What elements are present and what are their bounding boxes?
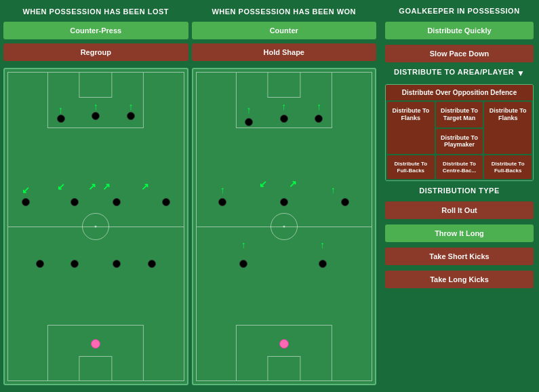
slow-pace-button[interactable]: Slow Pace Down: [385, 45, 534, 62]
gk-title: GOALKEEPER IN POSSESSION: [385, 7, 534, 15]
dist-centre-cell[interactable]: Distribute To Centre-Bac...: [436, 155, 483, 179]
gk-panel: GOALKEEPER IN POSSESSION Distribute Quic…: [380, 0, 539, 392]
distribute-quickly-button[interactable]: Distribute Quickly: [385, 22, 534, 39]
possession-won-panel: WHEN POSSESSION HAS BEEN WON Counter Hol…: [192, 7, 377, 385]
short-kicks-button[interactable]: Take Short Kicks: [385, 248, 534, 265]
long-kicks-button[interactable]: Take Long Kicks: [385, 271, 534, 288]
distribute-area-title: DISTRIBUTE TO AREA/PLAYER: [394, 68, 514, 76]
hold-shape-button[interactable]: Hold Shape: [192, 43, 377, 61]
distribution-grid: Distribute Over Opposition Defence Distr…: [385, 84, 534, 181]
pitch-lost: ↑ ↑ ↑ ↙ ↙ ↗ ↗ ↗: [3, 68, 188, 385]
counter-button[interactable]: Counter: [192, 22, 377, 39]
roll-out-button[interactable]: Roll It Out: [385, 201, 534, 219]
dist-target-cell[interactable]: Distribute To Target Man: [436, 102, 483, 128]
dist-flanks-left-cell[interactable]: Distribute To Flanks: [387, 102, 435, 154]
distribute-area-header: DISTRIBUTE TO AREA/PLAYER ▼: [385, 68, 534, 79]
dist-fullback-left-cell[interactable]: Distribute To Full-Backs: [387, 155, 435, 179]
regroup-button[interactable]: Regroup: [3, 43, 188, 61]
throw-long-button[interactable]: Throw It Long: [385, 224, 534, 242]
possession-lost-panel: WHEN POSSESSION HAS BEEN LOST Counter-Pr…: [3, 7, 188, 385]
counter-press-button[interactable]: Counter-Press: [3, 22, 188, 39]
pitch-won: ↑ ↑ ↑ ↑ ↙ ↗ ↑ ↑ ↑: [192, 68, 377, 385]
dist-fullback-right-cell[interactable]: Distribute To Full-Backs: [484, 155, 532, 179]
dist-over-cell[interactable]: Distribute Over Opposition Defence: [386, 85, 533, 100]
dist-flanks-right-cell[interactable]: Distribute To Flanks: [484, 102, 532, 154]
possession-won-title: WHEN POSSESSION HAS BEEN WON: [212, 7, 356, 16]
distribute-dropdown-arrow[interactable]: ▼: [517, 68, 525, 78]
distribution-type-title: DISTRIBUTION TYPE: [385, 187, 534, 195]
dist-playmaker-cell[interactable]: Distribute To Playmaker: [436, 129, 483, 155]
possession-lost-title: WHEN POSSESSION HAS BEEN LOST: [22, 7, 169, 16]
